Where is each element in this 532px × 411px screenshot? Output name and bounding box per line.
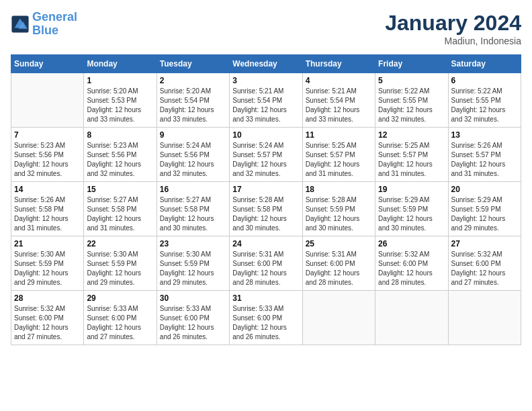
calendar-cell: 4Sunrise: 5:21 AM Sunset: 5:54 PM Daylig… [302, 73, 375, 128]
day-detail: Sunrise: 5:25 AM Sunset: 5:57 PM Dayligh… [306, 141, 372, 179]
calendar-cell: 23Sunrise: 5:30 AM Sunset: 5:59 PM Dayli… [157, 236, 229, 291]
day-header-friday: Friday [375, 55, 448, 73]
day-number: 20 [451, 185, 518, 194]
day-number: 26 [378, 239, 445, 248]
day-detail: Sunrise: 5:29 AM Sunset: 5:59 PM Dayligh… [451, 195, 518, 233]
calendar-cell: 9Sunrise: 5:24 AM Sunset: 5:56 PM Daylig… [157, 128, 229, 182]
day-number: 18 [306, 185, 372, 194]
month-title: January 2024 [385, 11, 521, 36]
day-number: 2 [160, 76, 226, 85]
day-header-sunday: Sunday [11, 55, 84, 73]
calendar-cell: 12Sunrise: 5:25 AM Sunset: 5:57 PM Dayli… [375, 128, 448, 182]
day-detail: Sunrise: 5:20 AM Sunset: 5:54 PM Dayligh… [160, 87, 226, 124]
calendar-cell: 6Sunrise: 5:22 AM Sunset: 5:55 PM Daylig… [448, 73, 521, 128]
day-number: 31 [232, 293, 299, 303]
calendar-cell: 5Sunrise: 5:22 AM Sunset: 5:55 PM Daylig… [375, 73, 448, 128]
day-number: 12 [378, 130, 445, 140]
day-number: 11 [306, 130, 372, 140]
day-number: 3 [232, 76, 299, 85]
day-detail: Sunrise: 5:33 AM Sunset: 6:00 PM Dayligh… [232, 304, 299, 342]
day-number: 15 [87, 185, 153, 194]
title-block: January 2024 Madiun, Indonesia [385, 11, 521, 46]
calendar-cell: 24Sunrise: 5:31 AM Sunset: 6:00 PM Dayli… [230, 236, 302, 291]
day-number: 10 [232, 130, 299, 140]
calendar-cell: 1Sunrise: 5:20 AM Sunset: 5:53 PM Daylig… [84, 73, 157, 128]
day-detail: Sunrise: 5:30 AM Sunset: 5:59 PM Dayligh… [87, 250, 153, 287]
day-number: 5 [378, 76, 445, 85]
calendar-cell: 2Sunrise: 5:20 AM Sunset: 5:54 PM Daylig… [157, 73, 229, 128]
day-number: 21 [14, 239, 81, 248]
week-row-4: 21Sunrise: 5:30 AM Sunset: 5:59 PM Dayli… [11, 236, 521, 291]
day-detail: Sunrise: 5:21 AM Sunset: 5:54 PM Dayligh… [306, 87, 372, 124]
day-number: 16 [160, 185, 226, 194]
day-detail: Sunrise: 5:31 AM Sunset: 6:00 PM Dayligh… [232, 250, 299, 287]
calendar-cell: 16Sunrise: 5:27 AM Sunset: 5:58 PM Dayli… [157, 182, 229, 236]
location: Madiun, Indonesia [385, 36, 521, 46]
calendar-cell: 29Sunrise: 5:33 AM Sunset: 6:00 PM Dayli… [84, 291, 157, 345]
calendar-cell [375, 291, 448, 345]
day-number: 17 [232, 185, 299, 194]
day-header-monday: Monday [84, 55, 157, 73]
day-header-saturday: Saturday [448, 55, 521, 73]
calendar-cell: 7Sunrise: 5:23 AM Sunset: 5:56 PM Daylig… [11, 128, 84, 182]
week-row-1: 1Sunrise: 5:20 AM Sunset: 5:53 PM Daylig… [11, 73, 521, 128]
day-detail: Sunrise: 5:23 AM Sunset: 5:56 PM Dayligh… [87, 141, 153, 179]
day-number: 1 [87, 76, 153, 85]
day-detail: Sunrise: 5:26 AM Sunset: 5:57 PM Dayligh… [451, 141, 518, 179]
calendar-cell: 8Sunrise: 5:23 AM Sunset: 5:56 PM Daylig… [84, 128, 157, 182]
day-number: 8 [87, 130, 153, 140]
day-detail: Sunrise: 5:29 AM Sunset: 5:59 PM Dayligh… [378, 195, 445, 233]
day-number: 13 [451, 130, 518, 140]
calendar-table: SundayMondayTuesdayWednesdayThursdayFrid… [11, 54, 521, 345]
calendar-cell: 18Sunrise: 5:28 AM Sunset: 5:59 PM Dayli… [302, 182, 375, 236]
day-detail: Sunrise: 5:27 AM Sunset: 5:58 PM Dayligh… [87, 195, 153, 233]
day-number: 14 [14, 185, 81, 194]
calendar-cell: 31Sunrise: 5:33 AM Sunset: 6:00 PM Dayli… [230, 291, 302, 345]
day-detail: Sunrise: 5:31 AM Sunset: 6:00 PM Dayligh… [306, 250, 372, 287]
calendar-cell [448, 291, 521, 345]
day-number: 4 [306, 76, 372, 85]
day-number: 23 [160, 239, 226, 248]
calendar-cell: 11Sunrise: 5:25 AM Sunset: 5:57 PM Dayli… [302, 128, 375, 182]
day-detail: Sunrise: 5:23 AM Sunset: 5:56 PM Dayligh… [14, 141, 81, 179]
day-number: 27 [451, 239, 518, 248]
day-number: 7 [14, 130, 81, 140]
day-detail: Sunrise: 5:22 AM Sunset: 5:55 PM Dayligh… [378, 87, 445, 124]
calendar-cell: 30Sunrise: 5:33 AM Sunset: 6:00 PM Dayli… [157, 291, 229, 345]
day-detail: Sunrise: 5:32 AM Sunset: 6:00 PM Dayligh… [14, 304, 81, 342]
day-detail: Sunrise: 5:25 AM Sunset: 5:57 PM Dayligh… [378, 141, 445, 179]
day-number: 6 [451, 76, 518, 85]
calendar-cell: 22Sunrise: 5:30 AM Sunset: 5:59 PM Dayli… [84, 236, 157, 291]
calendar-cell: 25Sunrise: 5:31 AM Sunset: 6:00 PM Dayli… [302, 236, 375, 291]
calendar-cell: 26Sunrise: 5:32 AM Sunset: 6:00 PM Dayli… [375, 236, 448, 291]
day-number: 28 [14, 293, 81, 303]
calendar-cell: 17Sunrise: 5:28 AM Sunset: 5:58 PM Dayli… [230, 182, 302, 236]
day-detail: Sunrise: 5:22 AM Sunset: 5:55 PM Dayligh… [451, 87, 518, 124]
calendar-cell [302, 291, 375, 345]
calendar-cell: 28Sunrise: 5:32 AM Sunset: 6:00 PM Dayli… [11, 291, 84, 345]
calendar-cell: 27Sunrise: 5:32 AM Sunset: 6:00 PM Dayli… [448, 236, 521, 291]
day-detail: Sunrise: 5:33 AM Sunset: 6:00 PM Dayligh… [87, 304, 153, 342]
week-row-2: 7Sunrise: 5:23 AM Sunset: 5:56 PM Daylig… [11, 128, 521, 182]
day-number: 22 [87, 239, 153, 248]
calendar-cell: 13Sunrise: 5:26 AM Sunset: 5:57 PM Dayli… [448, 128, 521, 182]
day-number: 24 [232, 239, 299, 248]
day-header-tuesday: Tuesday [157, 55, 229, 73]
day-detail: Sunrise: 5:26 AM Sunset: 5:58 PM Dayligh… [14, 195, 81, 233]
day-detail: Sunrise: 5:28 AM Sunset: 5:58 PM Dayligh… [232, 195, 299, 233]
calendar-cell: 10Sunrise: 5:24 AM Sunset: 5:57 PM Dayli… [230, 128, 302, 182]
day-number: 19 [378, 185, 445, 194]
calendar-header-row: SundayMondayTuesdayWednesdayThursdayFrid… [11, 55, 521, 73]
day-detail: Sunrise: 5:30 AM Sunset: 5:59 PM Dayligh… [160, 250, 226, 287]
day-detail: Sunrise: 5:24 AM Sunset: 5:56 PM Dayligh… [160, 141, 226, 179]
day-detail: Sunrise: 5:20 AM Sunset: 5:53 PM Dayligh… [87, 87, 153, 124]
day-header-wednesday: Wednesday [230, 55, 302, 73]
calendar-cell: 3Sunrise: 5:21 AM Sunset: 5:54 PM Daylig… [230, 73, 302, 128]
logo-text: General Blue [32, 11, 77, 38]
day-detail: Sunrise: 5:32 AM Sunset: 6:00 PM Dayligh… [378, 250, 445, 287]
page-header: General Blue January 2024 Madiun, Indone… [11, 11, 521, 46]
week-row-3: 14Sunrise: 5:26 AM Sunset: 5:58 PM Dayli… [11, 182, 521, 236]
day-number: 9 [160, 130, 226, 140]
day-number: 30 [160, 293, 226, 303]
day-detail: Sunrise: 5:21 AM Sunset: 5:54 PM Dayligh… [232, 87, 299, 124]
